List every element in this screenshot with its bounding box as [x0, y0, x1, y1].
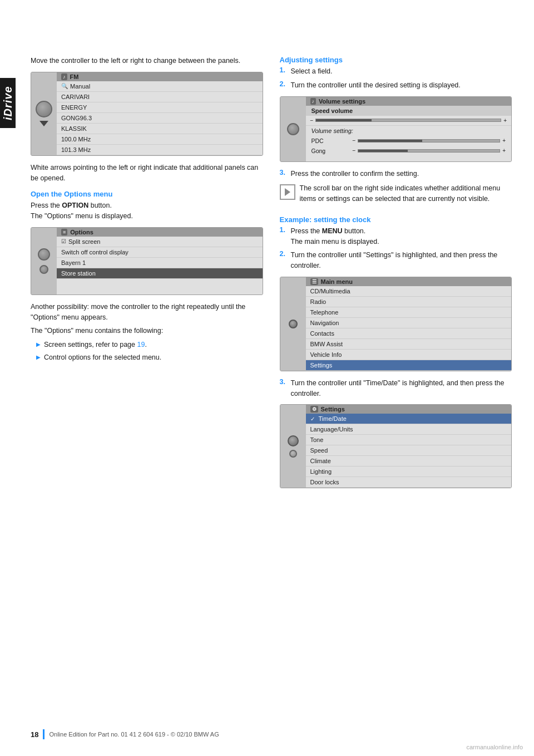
ex-step-1: 1. Press the MENU button. The main menu …	[280, 226, 512, 247]
speed-vol-bar-row: − +	[306, 116, 512, 126]
settings-row-lighting: Lighting	[306, 467, 512, 477]
options-title: Options	[70, 229, 93, 235]
options-row-switch: Switch off control display	[57, 247, 263, 258]
contains-text: The "Options" menu contains the followin…	[31, 326, 263, 336]
ctrl-button	[39, 265, 48, 274]
options-screen: ≡ Options ☑ Split screen Switch off cont…	[31, 227, 263, 295]
step-text-2: Turn the controller until the desired se…	[291, 80, 512, 91]
volume-icon: ♪	[310, 98, 317, 105]
down-arrow-icon	[39, 121, 48, 126]
options-row-bayern: Bayern 1	[57, 258, 263, 268]
settings-icon: ⚙	[310, 406, 318, 413]
settings-row-time: ✓ Time/Date	[306, 414, 512, 424]
controller-left	[31, 72, 57, 155]
menu-bold: MENU	[322, 227, 343, 235]
volume-screen: ♪ Volume settings Speed volume − + Volum…	[280, 96, 512, 162]
vol-spacer	[306, 156, 512, 161]
main-row-settings: Settings	[306, 360, 512, 371]
adj-step-2: 2. Turn the controller until the desired…	[280, 80, 512, 91]
intro-text: Move the controller to the left or right…	[31, 56, 263, 66]
adjusting-heading: Adjusting settings	[280, 56, 512, 64]
gear-icon	[289, 320, 298, 328]
fm-screen-area: ♪ FM 🔍 Manual CARIVARI ENERGY GONG96.3 K…	[57, 72, 263, 155]
checkmark-icon: ☑	[61, 238, 66, 244]
main-menu-area: ☰ Main menu CD/Multimedia Radio Telephon…	[306, 277, 512, 371]
check-icon: ✓	[310, 416, 315, 422]
scroll-note: The scroll bar on the right side indicat…	[280, 183, 512, 209]
ctrl-small-knob	[38, 248, 50, 261]
bullet-control-options: ▶ Control options for the selected menu.	[31, 352, 263, 363]
options-heading: Open the Options menu	[31, 190, 263, 198]
main-row-radio: Radio	[306, 297, 512, 307]
vol-setting-label: Volume setting:	[306, 126, 512, 136]
fm-row-manual: 🔍 Manual	[57, 81, 263, 92]
footer-text: Online Edition for Part no. 01 41 2 604 …	[49, 731, 219, 738]
options-intro-press: Press the OPTION button. The "Options" m…	[31, 200, 263, 222]
step-text-3: Press the controller to confirm the sett…	[291, 169, 512, 179]
options-intro-displayed: The "Options" menu is displayed.	[31, 212, 133, 220]
side-tab: iDrive	[0, 78, 16, 128]
page-19-link[interactable]: 19	[137, 341, 145, 348]
settings-btn	[289, 450, 297, 458]
vol-ctrl-knob	[287, 123, 299, 135]
bullet-arrow-icon-1: ▶	[36, 341, 41, 350]
options-spacer	[57, 279, 263, 294]
right-column: Adjusting settings 1. Select a field. 2.…	[280, 56, 512, 495]
options-icon: ≡	[61, 229, 67, 235]
main-row-bmw: BMW Assist	[306, 339, 512, 350]
options-screen-area: ≡ Options ☑ Split screen Switch off cont…	[57, 228, 263, 294]
possibility-text: Another possibility: move the controller…	[31, 302, 263, 323]
adj-step-1: 1. Select a field.	[280, 66, 512, 77]
main-row-cd: CD/Multimedia	[306, 286, 512, 297]
ex-text-2: Turn the controller until "Settings" is …	[291, 250, 512, 271]
white-arrows-text: White arrows pointing to the left or rig…	[31, 163, 263, 184]
menu-icon: ☰	[310, 278, 318, 285]
main-row-navigation: Navigation	[306, 318, 512, 328]
settings-screen: ⚙ Settings ✓ Time/Date Language/Units To…	[280, 404, 512, 488]
ex-step-3: 3. Turn the controller until "Time/Date"…	[280, 378, 512, 399]
settings-knob	[288, 435, 299, 446]
settings-row-door: Door locks	[306, 477, 512, 488]
volume-title: Volume settings	[319, 98, 365, 105]
footer: 18 Online Edition for Part no. 01 41 2 6…	[0, 729, 534, 739]
settings-row-climate: Climate	[306, 456, 512, 467]
settings-screen-area: ⚙ Settings ✓ Time/Date Language/Units To…	[306, 405, 512, 488]
fm-row-carivari: CARIVARI	[57, 92, 263, 102]
step-num-1: 1.	[280, 66, 288, 77]
volume-title-bar: ♪ Volume settings	[306, 97, 512, 106]
step-num-2: 2.	[280, 80, 288, 91]
controller-main	[280, 277, 306, 371]
step-num-3: 3.	[280, 169, 288, 179]
triangle-inner	[285, 188, 290, 196]
options-title-bar: ≡ Options	[57, 228, 263, 237]
bullet-text-1: Screen settings, refer to page 19.	[44, 340, 147, 350]
fm-row-100: 100.0 MHz	[57, 134, 263, 145]
vol-row-gong: Gong − +	[306, 146, 512, 156]
controller-settings	[280, 405, 306, 488]
main-menu-title: Main menu	[321, 278, 353, 285]
main-row-telephone: Telephone	[306, 307, 512, 318]
example-heading: Example: setting the clock	[280, 215, 512, 224]
scroll-triangle-icon	[280, 184, 295, 200]
ex-step-2: 2. Turn the controller until "Settings" …	[280, 250, 512, 271]
ex-num-3: 3.	[280, 378, 288, 399]
main-row-contacts: Contacts	[306, 328, 512, 339]
adj-step-3: 3. Press the controller to confirm the s…	[280, 169, 512, 179]
fm-row-101: 101.3 MHz	[57, 145, 263, 155]
radio-icon: ♪	[61, 73, 67, 80]
fm-row-gong: GONG96.3	[57, 113, 263, 124]
fm-title-bar: ♪ FM	[57, 72, 263, 81]
note-text: The scroll bar on the right side indicat…	[300, 183, 512, 204]
settings-title-bar: ⚙ Settings	[306, 405, 512, 414]
fm-screen: ♪ FM 🔍 Manual CARIVARI ENERGY GONG96.3 K…	[31, 72, 263, 156]
fm-row-energy: ENERGY	[57, 102, 263, 113]
controller-volume	[280, 97, 306, 161]
option-bold: OPTION	[62, 202, 88, 209]
ex-text-3: Turn the controller until "Time/Date" is…	[291, 378, 512, 399]
ex-num-2: 2.	[280, 250, 288, 271]
watermark: carmanualonline.info	[466, 744, 523, 750]
main-menu-title-bar: ☰ Main menu	[306, 277, 512, 286]
footer-bar	[43, 729, 44, 739]
options-row-store: Store station	[57, 268, 263, 279]
options-row-split: ☑ Split screen	[57, 237, 263, 247]
